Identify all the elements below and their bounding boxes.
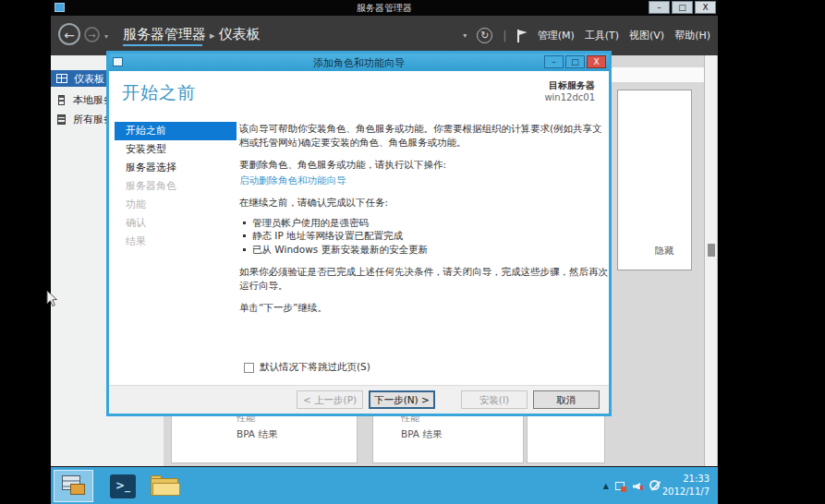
taskbar-server-manager-button[interactable] <box>54 470 93 502</box>
wizard-content: 该向导可帮助你安装角色、角色服务或功能。你需要根据组织的计算要求(例如共享文档或… <box>239 122 608 323</box>
action-center-icon[interactable] <box>614 480 626 492</box>
breadcrumb-root[interactable]: 服务器管理器 <box>123 26 206 42</box>
server-manager-toolbox-icon <box>70 484 85 495</box>
list-item: 已从 Windows 更新安装最新的安全更新 <box>243 243 608 257</box>
menu-tools[interactable]: 工具(T) <box>585 29 619 42</box>
dashboard-tile: 性能 BPA 结果 <box>171 415 358 463</box>
dashboard-tile: 性能 BPA 结果 <box>372 415 524 463</box>
dashboard-icon <box>56 74 67 83</box>
dashboard-side-panel: 隐藏 <box>617 90 692 270</box>
install-button: 安装(I) <box>461 390 528 409</box>
target-server-name: win12dc01 <box>544 92 595 102</box>
add-roles-features-wizard: 添加角色和功能向导 – □ X 开始之前 目标服务器 win12dc01 开始之… <box>106 51 612 416</box>
taskbar-powershell-button[interactable]: >_ <box>110 474 136 498</box>
taskbar: >_ ▲ x 21:33 2012/11/7 <box>51 466 718 504</box>
tile-row-performance[interactable]: 性能 <box>401 415 523 423</box>
server-icon <box>58 95 65 105</box>
page-title: 开始之前 <box>122 81 196 105</box>
tile-row-bpa-results[interactable]: BPA 结果 <box>401 428 523 441</box>
breadcrumb-current: 仪表板 <box>219 26 261 42</box>
next-hint-paragraph: 单击“下一步”继续。 <box>239 301 608 315</box>
folder-icon <box>152 483 180 496</box>
clock-time: 21:33 <box>645 473 710 486</box>
confirm-paragraph: 在继续之前，请确认完成以下任务: <box>239 196 608 210</box>
nav-installation-type[interactable]: 安装类型 <box>115 140 237 159</box>
wizard-nav: 开始之前 安装类型 服务器选择 服务器角色 功能 确认 结果 <box>115 122 237 251</box>
dashboard-tile <box>527 415 605 463</box>
clock-date: 2012/11/7 <box>645 486 710 498</box>
dialog-close-button[interactable]: X <box>587 55 606 68</box>
header-divider: | <box>503 29 506 42</box>
breadcrumb-underline <box>123 44 202 46</box>
nav-server-roles: 服务器角色 <box>115 177 237 196</box>
menu-view[interactable]: 视图(V) <box>629 29 664 42</box>
prerequisite-list: 管理员帐户使用的是强密码 静态 IP 地址等网络设置已配置完成 已从 Windo… <box>243 216 608 258</box>
forward-icon[interactable]: → <box>84 27 100 42</box>
maximize-button[interactable]: □ <box>672 1 693 14</box>
refresh-icon[interactable]: ↻ <box>477 28 492 43</box>
chevron-down-icon[interactable]: ▾ <box>104 32 108 41</box>
dialog-minimize-button[interactable]: – <box>544 55 564 68</box>
skip-page-option[interactable]: 默认情况下将跳过此页(S) <box>244 361 370 374</box>
target-server: 目标服务器 win12dc01 <box>544 79 595 102</box>
previous-button: < 上一步(P) <box>297 390 363 409</box>
tile-row-performance[interactable]: 性能 <box>237 415 357 423</box>
wizard-footer: < 上一步(P) 下一步(N) > 安装(I) 取消 <box>109 385 609 414</box>
volume-muted-icon[interactable]: x <box>632 480 644 492</box>
window-title: 服务器管理器 <box>51 2 718 15</box>
verify-paragraph: 如果你必须验证是否已完成上述任何先决条件，请关闭向导，完成这些步骤，然后再次运行… <box>239 265 608 293</box>
remove-wizard-link[interactable]: 启动删除角色和功能向导 <box>239 174 608 187</box>
intro-paragraph: 该向导可帮助你安装角色、角色服务或功能。你需要根据组织的计算要求(例如共享文档或… <box>239 122 608 150</box>
list-item: 管理员帐户使用的是强密码 <box>243 216 608 230</box>
dashboard-panel-strip <box>611 67 707 82</box>
breadcrumb: 服务器管理器▸仪表板 <box>123 26 261 43</box>
close-button[interactable]: X <box>695 1 716 14</box>
scrollbar-thumb[interactable] <box>708 244 715 257</box>
breadcrumb-separator-icon: ▸ <box>206 30 219 42</box>
taskbar-explorer-button[interactable] <box>151 475 180 498</box>
menu-help[interactable]: 帮助(H) <box>674 29 710 42</box>
nav-confirmation: 确认 <box>115 214 237 233</box>
menu-manage[interactable]: 管理(M) <box>538 29 575 42</box>
cancel-button[interactable]: 取消 <box>533 390 600 409</box>
mouse-cursor-icon <box>46 290 58 311</box>
taskbar-clock[interactable]: 21:33 2012/11/7 <box>645 473 710 498</box>
chevron-down-icon[interactable]: ▾ <box>463 31 467 40</box>
skip-page-checkbox[interactable] <box>244 363 254 373</box>
skip-page-label: 默认情况下将跳过此页(S) <box>260 361 370 374</box>
dialog-title: 添加角色和功能向导 <box>109 56 609 70</box>
hide-button[interactable]: 隐藏 <box>655 245 673 258</box>
nav-features: 功能 <box>115 196 237 214</box>
nav-server-selection[interactable]: 服务器选择 <box>115 159 237 177</box>
nav-results: 结果 <box>115 233 237 251</box>
dialog-titlebar[interactable]: 添加角色和功能向导 – □ X <box>109 54 609 71</box>
tile-row-bpa-results[interactable]: BPA 结果 <box>237 428 357 441</box>
window-titlebar: 服务器管理器 – □ X <box>51 0 718 16</box>
vertical-scrollbar[interactable] <box>704 55 718 466</box>
server-manager-header: ← → ▾ 服务器管理器▸仪表板 ▾ ↻ | 管理(M) 工具(T) 视图(V)… <box>51 16 718 55</box>
back-icon[interactable]: ← <box>58 23 80 45</box>
minimize-button[interactable]: – <box>649 1 670 14</box>
notifications-flag-icon[interactable] <box>517 30 528 42</box>
target-server-label: 目标服务器 <box>544 79 595 92</box>
nav-before-you-begin[interactable]: 开始之前 <box>115 122 237 140</box>
remove-paragraph: 要删除角色、角色服务或功能，请执行以下操作: <box>239 158 608 172</box>
desktop: 服务器管理器 – □ X ← → ▾ 服务器管理器▸仪表板 ▾ ↻ | 管理(M… <box>0 0 825 504</box>
list-item: 静态 IP 地址等网络设置已配置完成 <box>243 229 608 243</box>
next-button[interactable]: 下一步(N) > <box>369 390 435 409</box>
dialog-maximize-button[interactable]: □ <box>565 55 585 68</box>
show-hidden-icons-arrow-icon[interactable]: ▲ <box>603 482 609 490</box>
sidebar-item-label: 仪表板 <box>74 72 104 86</box>
servers-icon <box>57 114 66 125</box>
